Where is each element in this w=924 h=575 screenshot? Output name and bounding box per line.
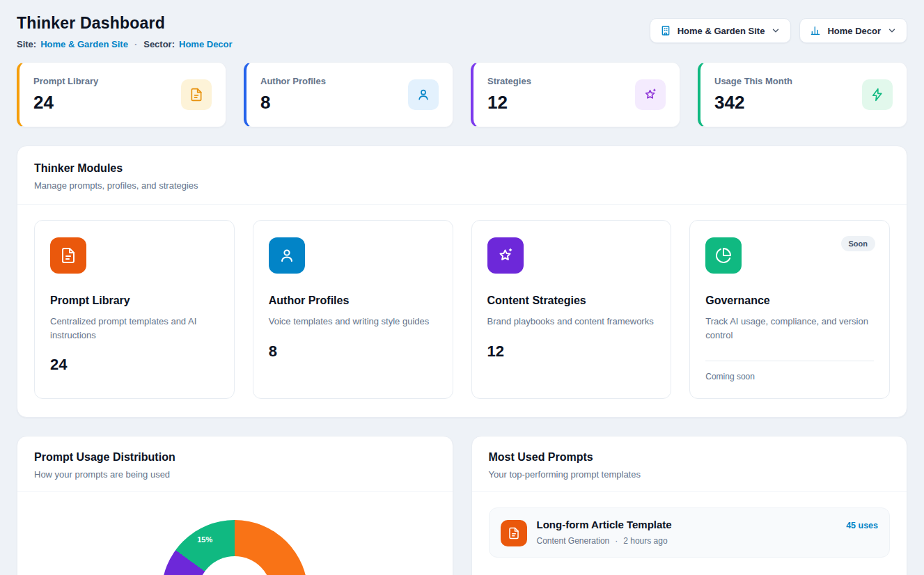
site-selector-label: Home & Garden Site bbox=[678, 26, 765, 36]
page-title: Thinker Dashboard bbox=[17, 14, 233, 33]
bottom-panels: Prompt Usage Distribution How your promp… bbox=[17, 436, 907, 575]
most-used-prompts-panel: Most Used Prompts Your top-performing pr… bbox=[471, 436, 908, 575]
stat-label: Prompt Library bbox=[33, 76, 98, 86]
module-description: Voice templates and writing style guides bbox=[269, 315, 437, 329]
module-count: 12 bbox=[487, 342, 656, 361]
thinker-modules-section: Thinker Modules Manage prompts, profiles… bbox=[17, 145, 907, 418]
chevron-down-icon bbox=[887, 26, 897, 36]
stat-text: Prompt Library 24 bbox=[33, 76, 98, 113]
sector-selector-label: Home Decor bbox=[827, 26, 881, 36]
coming-soon-text: Coming soon bbox=[705, 372, 874, 381]
prompt-item-time: 2 hours ago bbox=[623, 536, 667, 546]
modules-grid: Prompt Library Centralized prompt templa… bbox=[17, 205, 907, 417]
usage-donut-chart bbox=[162, 520, 308, 575]
dashboard-page: Thinker Dashboard Site: Home & Garden Si… bbox=[0, 0, 924, 575]
prompt-list: Long-form Article Template Content Gener… bbox=[472, 492, 907, 573]
module-count: 8 bbox=[269, 342, 437, 361]
usage-panel-subtitle: How your prompts are being used bbox=[34, 469, 436, 480]
prompts-panel-subtitle: Your top-performing prompt templates bbox=[489, 469, 891, 480]
module-title: Content Strategies bbox=[487, 294, 656, 307]
divider bbox=[705, 361, 874, 361]
prompt-item-meta: Content Generation · 2 hours ago bbox=[537, 536, 837, 546]
bar-chart-icon bbox=[810, 25, 821, 36]
usage-panel-title: Prompt Usage Distribution bbox=[34, 451, 436, 464]
stat-value: 12 bbox=[487, 92, 531, 113]
sector-link[interactable]: Home Decor bbox=[179, 39, 233, 49]
stat-card-usage: Usage This Month 342 bbox=[698, 62, 907, 127]
building-icon bbox=[660, 25, 671, 36]
module-description: Centralized prompt templates and AI inst… bbox=[50, 315, 219, 342]
document-icon bbox=[50, 237, 86, 274]
page-header: Thinker Dashboard Site: Home & Garden Si… bbox=[17, 14, 907, 49]
prompt-item-body: Long-form Article Template Content Gener… bbox=[537, 519, 837, 546]
header-actions: Home & Garden Site Home Decor bbox=[650, 18, 907, 43]
separator-dot: · bbox=[134, 39, 137, 49]
module-card-author-profiles[interactable]: Author Profiles Voice templates and writ… bbox=[253, 220, 453, 399]
stat-value: 24 bbox=[33, 92, 98, 113]
site-label: Site: bbox=[17, 39, 36, 49]
modules-header: Thinker Modules Manage prompts, profiles… bbox=[17, 146, 907, 205]
stat-text: Usage This Month 342 bbox=[714, 76, 792, 113]
stat-value: 342 bbox=[714, 92, 792, 113]
module-description: Brand playbooks and content frameworks bbox=[487, 315, 656, 329]
stat-card-strategies: Strategies 12 bbox=[471, 62, 680, 127]
usage-panel-header: Prompt Usage Distribution How your promp… bbox=[17, 436, 453, 492]
document-icon bbox=[501, 520, 527, 546]
stat-label: Usage This Month bbox=[714, 76, 792, 86]
prompt-item-title: Long-form Article Template bbox=[537, 519, 837, 530]
site-link[interactable]: Home & Garden Site bbox=[40, 39, 128, 49]
usage-distribution-panel: Prompt Usage Distribution How your promp… bbox=[17, 436, 453, 575]
user-icon bbox=[269, 237, 305, 274]
user-icon bbox=[408, 79, 439, 110]
soon-badge: Soon bbox=[841, 236, 876, 251]
sparkle-star-icon bbox=[487, 237, 524, 274]
uses-badge: 45 uses bbox=[846, 521, 878, 530]
sector-label: Sector: bbox=[143, 39, 175, 49]
stat-text: Author Profiles 8 bbox=[260, 76, 326, 113]
lightning-icon bbox=[862, 79, 893, 110]
stat-value: 8 bbox=[260, 92, 326, 113]
prompts-panel-title: Most Used Prompts bbox=[489, 451, 891, 464]
stat-text: Strategies 12 bbox=[487, 76, 531, 113]
pie-chart-icon bbox=[705, 237, 742, 274]
stats-row: Prompt Library 24 Author Profiles 8 Stra… bbox=[17, 62, 907, 127]
site-selector-dropdown[interactable]: Home & Garden Site bbox=[650, 18, 792, 43]
module-card-content-strategies[interactable]: Content Strategies Brand playbooks and c… bbox=[471, 220, 672, 399]
stat-label: Author Profiles bbox=[260, 76, 326, 86]
module-card-governance[interactable]: Soon Governance Track AI usage, complian… bbox=[689, 220, 890, 399]
chevron-down-icon bbox=[771, 26, 781, 36]
module-card-prompt-library[interactable]: Prompt Library Centralized prompt templa… bbox=[34, 220, 235, 399]
module-description: Track AI usage, compliance, and version … bbox=[705, 315, 874, 342]
stat-label: Strategies bbox=[487, 76, 531, 86]
stat-card-prompt-library: Prompt Library 24 bbox=[17, 62, 226, 127]
modules-subtitle: Manage prompts, profiles, and strategies bbox=[34, 180, 890, 191]
document-icon bbox=[181, 79, 212, 110]
module-count: 24 bbox=[50, 356, 219, 374]
sector-selector-dropdown[interactable]: Home Decor bbox=[799, 18, 907, 43]
prompt-item-category: Content Generation bbox=[537, 536, 610, 546]
module-title: Governance bbox=[705, 294, 874, 307]
header-left: Thinker Dashboard Site: Home & Garden Si… bbox=[17, 14, 233, 49]
stat-card-author-profiles: Author Profiles 8 bbox=[244, 62, 453, 127]
donut-chart-wrap: 15% bbox=[162, 520, 308, 575]
separator-dot: · bbox=[615, 536, 618, 546]
sparkle-star-icon bbox=[635, 79, 666, 110]
module-title: Prompt Library bbox=[50, 294, 219, 307]
modules-title: Thinker Modules bbox=[34, 162, 890, 175]
donut-segment-label: 15% bbox=[191, 535, 219, 544]
breadcrumb: Site: Home & Garden Site · Sector: Home … bbox=[17, 39, 233, 49]
module-title: Author Profiles bbox=[269, 294, 437, 307]
prompts-panel-header: Most Used Prompts Your top-performing pr… bbox=[472, 436, 907, 492]
list-item[interactable]: Long-form Article Template Content Gener… bbox=[489, 507, 891, 558]
